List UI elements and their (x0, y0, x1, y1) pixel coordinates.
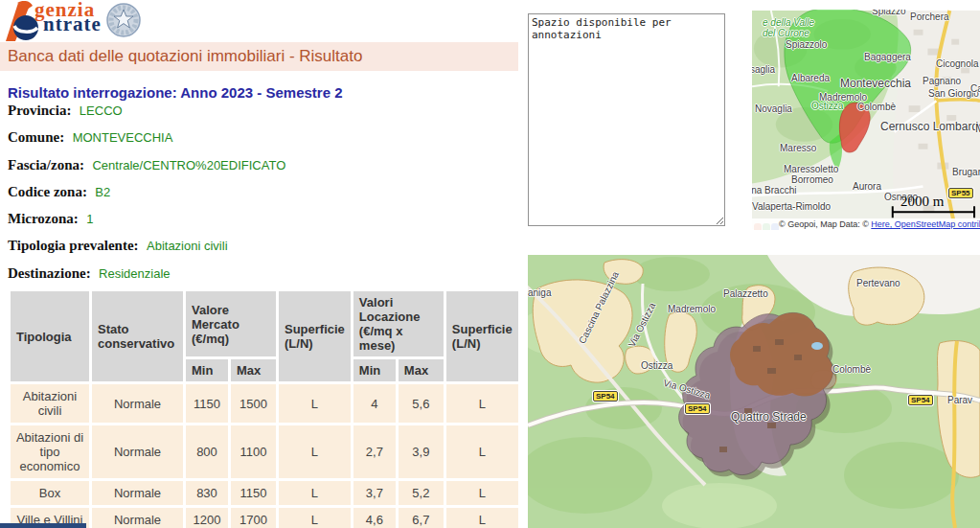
cell-max-locazione: 5,6 (399, 384, 444, 423)
cell-min-locazione: 2,7 (353, 425, 396, 478)
cell-superficie-2: L (446, 481, 518, 505)
map-label-m: M (975, 122, 980, 135)
map-label-ostizza: Ostizza (811, 101, 843, 111)
field-value: Residenziale (99, 266, 170, 281)
zone-detail-map[interactable]: aniga Cascina Palazzina Via Ostizza Madr… (528, 255, 980, 528)
annotations-textarea[interactable]: Spazio disponibile per annotazioni (528, 13, 725, 226)
field-label: Destinazione: (8, 265, 91, 281)
field-label: Microzona: (8, 211, 79, 226)
map-label-novaglia: Novaglia (755, 103, 792, 114)
cell-superficie-1: L (279, 481, 351, 505)
cell-min-mercato: 830 (186, 481, 228, 505)
map-label-bracchi: ina Bracchi (752, 185, 796, 195)
cell-min-mercato: 1200 (186, 508, 228, 528)
map-label-park-2: del Curone (763, 28, 809, 38)
cell-stato: Normale (92, 508, 183, 528)
cell-min-locazione: 3,7 (353, 481, 396, 505)
field-value: Abitazioni civili (147, 239, 228, 253)
map-label-spiazzo: Spiazzo (872, 10, 906, 16)
cell-max-locazione: 6,7 (399, 508, 444, 528)
field-value: LECCO (80, 103, 123, 118)
attribution-link[interactable]: Here, OpenStreetMap contributors (871, 219, 980, 229)
agenzia-entrate-logo: genzia ntrate (4, 1, 142, 43)
table-row: Ville e Villini Normale 1200 1700 L 4,6 … (11, 508, 518, 528)
cell-max-locazione: 5,2 (399, 481, 444, 505)
cell-superficie-1: L (279, 425, 351, 478)
field-label: Codice zona: (8, 184, 87, 199)
map-scale-label: 2000 m (900, 194, 944, 210)
col-min-locazione: Min (353, 359, 396, 381)
page-title: Banca dati delle quotazioni immobiliari … (0, 47, 362, 66)
map-label-ostizza-2: Ostizza (641, 360, 672, 371)
field-label: Fascia/zona: (8, 157, 84, 172)
map-label-montevecchia: Montevecchia (840, 77, 911, 90)
page-title-band: Banca dati delle quotazioni immobiliari … (0, 42, 518, 71)
map-label-bagaggera: Bagaggera (864, 52, 911, 62)
field-value: B2 (95, 185, 110, 199)
map-attribution: © Geopoi, Map Data: © Here, OpenStreetMa… (752, 218, 980, 230)
map-label-aniga: aniga (528, 287, 551, 298)
cell-max-mercato: 1500 (231, 384, 276, 423)
logo-line2: ntrate (43, 15, 102, 33)
cell-min-locazione: 4 (353, 384, 396, 423)
col-tipologia: Tipologia (11, 291, 89, 381)
map-label-palazzetto: Palazzetto (723, 288, 768, 299)
page-root: genzia ntrate Banca dati delle quotazion… (0, 0, 980, 528)
map-label-park-1: e della Valle (763, 17, 814, 28)
col-max-mercato: Max (231, 359, 276, 381)
field-comune: Comune: MONTEVECCHIA (8, 128, 515, 155)
map-label-pertevano: Pertevano (856, 278, 900, 288)
attribution-text: © Geopoi, Map Data: © (779, 219, 871, 229)
cell-max-mercato: 1700 (231, 508, 276, 528)
map-label-pagnano: Pagnano (923, 76, 961, 86)
map-label-colombe-2: Colombè (832, 364, 871, 375)
col-max-locazione: Max (399, 359, 444, 381)
quotations-table: Tipologia Stato conservativo Valore Merc… (8, 288, 521, 528)
cell-superficie-2: L (446, 425, 518, 478)
map-label-cicognola: Cicognola (936, 58, 978, 69)
map-label-cernusco: Cernusco Lombardo (880, 120, 980, 133)
field-fascia-zona: Fascia/zona: Centrale/CENTRO%20EDIFICATO (8, 156, 515, 183)
field-tipologia-prevalente: Tipologia prevalente: Abitazioni civili (8, 237, 515, 264)
road-badge-sp54-1: SP54 (593, 391, 618, 402)
col-stato-conservativo: Stato conservativo (92, 291, 183, 381)
cell-min-mercato: 800 (186, 425, 228, 478)
field-label: Tipologia prevalente: (8, 238, 139, 253)
cell-max-mercato: 1100 (231, 425, 276, 478)
map-label-parav: Parav (947, 395, 972, 405)
cell-min-locazione: 4,6 (353, 508, 396, 528)
cell-superficie-1: L (279, 508, 351, 528)
map-label-albareda: Albareda (791, 73, 830, 83)
map-label-quattro-strade: Quattro Strade (731, 410, 807, 424)
map-label-spiazzolo: Spiazzolo (786, 39, 827, 50)
field-codice-zona: Codice zona: B2 (8, 183, 515, 210)
cell-max-mercato: 1150 (231, 481, 276, 505)
col-valori-locazione: Valori Locazione (€/mq x mese) (353, 291, 444, 356)
cell-superficie-2: L (446, 384, 518, 423)
field-provincia: Provincia: LECCO (8, 102, 515, 128)
cell-tipologia: Box (11, 481, 89, 505)
overview-map[interactable]: Spiazzo Porchera e della Valle del Curon… (752, 10, 980, 230)
footer-bar (0, 523, 86, 528)
table-row: Abitazioni di tipo economico Normale 800… (11, 425, 518, 478)
col-superficie-1: Superficie (L/N) (279, 291, 351, 381)
cell-stato: Normale (92, 481, 183, 505)
cell-stato: Normale (92, 425, 183, 478)
field-label: Provincia: (8, 103, 71, 118)
table-header-row: Tipologia Stato conservativo Valore Merc… (11, 291, 518, 356)
map-label-maresso: Maresso (780, 143, 816, 153)
cell-stato: Normale (92, 384, 183, 423)
table-row: Box Normale 830 1150 L 3,7 5,2 L (11, 481, 518, 505)
map-label-aurora: Aurora (853, 181, 881, 192)
map-label-porchera: Porchera (910, 11, 949, 22)
road-badge-sp55: SP55 (948, 188, 973, 198)
field-value: 1 (86, 212, 93, 226)
road-badge-sp54-2: SP54 (685, 403, 710, 414)
cell-tipologia: Abitazioni civili (11, 384, 89, 423)
cell-max-locazione: 3,9 (399, 425, 444, 478)
cell-superficie-2: L (446, 508, 518, 528)
map-label-ca: Ca (970, 83, 980, 94)
field-value: Centrale/CENTRO%20EDIFICATO (92, 158, 285, 172)
map-label-colombe: Colombè (857, 102, 896, 112)
map-label-madremolo-2: Madremolo (668, 304, 716, 314)
